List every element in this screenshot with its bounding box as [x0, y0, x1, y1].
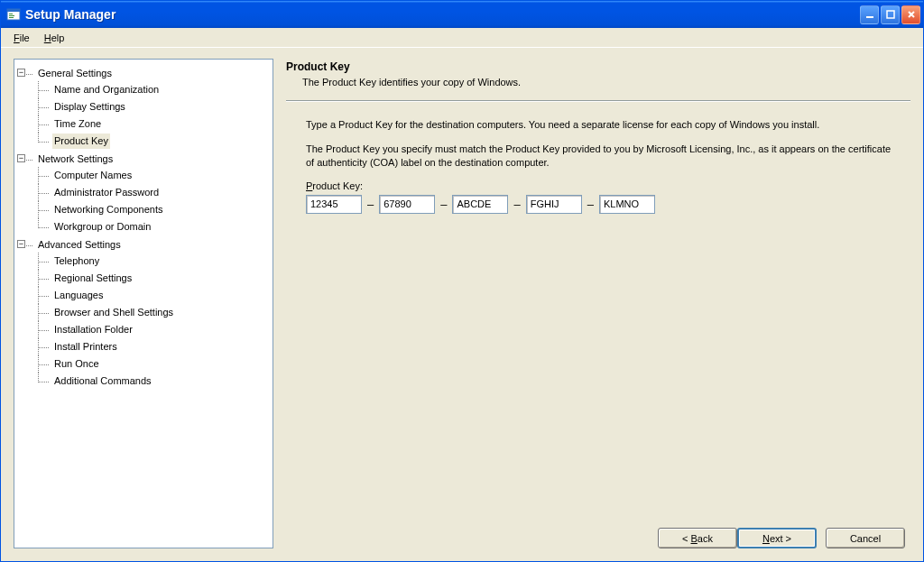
- tree-expander-icon[interactable]: −: [17, 240, 25, 248]
- tree-item-advanced-settings[interactable]: Advanced Settings: [22, 237, 269, 253]
- tree-item-name-organization[interactable]: Name and Organization: [38, 82, 269, 97]
- product-key-segment-4[interactable]: [526, 195, 582, 214]
- instruction-text-2: The Product Key you specify must match t…: [306, 143, 892, 170]
- tree-item-telephony[interactable]: Telephony: [38, 253, 269, 269]
- svg-rect-4: [9, 17, 14, 18]
- product-key-row: – – – –: [306, 195, 892, 214]
- tree-item-installation-folder[interactable]: Installation Folder: [38, 322, 269, 337]
- navigation-tree[interactable]: − General Settings Name and Organization…: [14, 59, 273, 548]
- cancel-button[interactable]: Cancel: [826, 528, 905, 548]
- menubar: File Help: [1, 28, 923, 48]
- svg-rect-5: [866, 16, 873, 18]
- tree-item-display-settings[interactable]: Display Settings: [38, 99, 269, 115]
- dash-icon: –: [367, 198, 374, 211]
- dash-icon: –: [440, 198, 447, 211]
- window-title: Setup Manager: [25, 7, 860, 22]
- tree-item-networking-components[interactable]: Networking Components: [38, 202, 269, 217]
- tree-item-time-zone[interactable]: Time Zone: [38, 116, 269, 132]
- svg-rect-1: [7, 9, 20, 12]
- tree-expander-icon[interactable]: −: [17, 69, 25, 77]
- tree-item-run-once[interactable]: Run Once: [38, 356, 269, 372]
- dash-icon: –: [587, 198, 594, 211]
- main-panel: Product Key The Product Key identifies y…: [286, 59, 910, 548]
- product-key-label: Product Key:: [306, 180, 892, 191]
- tree-item-network-settings[interactable]: Network Settings: [22, 152, 269, 167]
- wizard-buttons: < Back Next > Cancel: [286, 519, 910, 548]
- tree-item-install-printers[interactable]: Install Printers: [38, 339, 269, 355]
- close-button[interactable]: [901, 5, 920, 24]
- app-icon: [6, 7, 21, 22]
- titlebar[interactable]: Setup Manager: [1, 1, 923, 28]
- tree-item-administrator-password[interactable]: Administrator Password: [38, 185, 269, 200]
- menu-help[interactable]: Help: [37, 31, 72, 45]
- tree-item-computer-names[interactable]: Computer Names: [38, 168, 269, 183]
- divider: [286, 100, 910, 102]
- tree-item-languages[interactable]: Languages: [38, 288, 269, 303]
- svg-rect-6: [887, 11, 894, 18]
- dash-icon: –: [513, 198, 520, 211]
- product-key-segment-1[interactable]: [306, 195, 362, 214]
- next-button[interactable]: Next >: [737, 528, 817, 548]
- tree-item-general-settings[interactable]: General Settings: [22, 66, 269, 81]
- window-controls: [860, 5, 920, 24]
- tree-item-regional-settings[interactable]: Regional Settings: [38, 271, 269, 286]
- tree-item-product-key[interactable]: Product Key: [38, 134, 269, 149]
- product-key-segment-5[interactable]: [599, 195, 655, 214]
- svg-rect-2: [9, 14, 13, 14]
- svg-rect-3: [9, 15, 14, 16]
- page-description: The Product Key identifies your copy of …: [286, 77, 910, 88]
- maximize-button[interactable]: [881, 5, 900, 24]
- menu-file[interactable]: File: [6, 31, 37, 45]
- back-button[interactable]: < Back: [658, 528, 737, 548]
- minimize-button[interactable]: [860, 5, 879, 24]
- tree-expander-icon[interactable]: −: [17, 154, 25, 162]
- product-key-segment-2[interactable]: [379, 195, 435, 214]
- client-area: − General Settings Name and Organization…: [1, 48, 923, 561]
- product-key-segment-3[interactable]: [452, 195, 508, 214]
- app-window: Setup Manager File Help − General Settin…: [0, 0, 924, 562]
- page-title: Product Key: [286, 60, 910, 73]
- tree-item-additional-commands[interactable]: Additional Commands: [38, 373, 269, 389]
- tree-item-workgroup-domain[interactable]: Workgroup or Domain: [38, 219, 269, 235]
- tree-item-browser-shell[interactable]: Browser and Shell Settings: [38, 305, 269, 320]
- instruction-text-1: Type a Product Key for the destination c…: [306, 118, 892, 132]
